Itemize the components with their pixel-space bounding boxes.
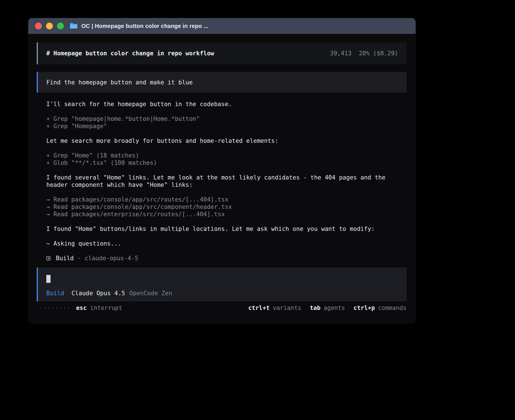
shortcut-commands: ctrl+p commands: [353, 304, 407, 312]
shortcut-label: variants: [273, 304, 301, 312]
shortcut-hints: ctrl+t variants tab agents ctrl+p comman…: [248, 304, 407, 312]
shortcut-key: tab: [310, 304, 320, 312]
session-stats: 39,413 20% ($0.29): [330, 50, 398, 57]
working-status: ~ Asking questions...: [46, 240, 407, 247]
zoom-button[interactable]: [57, 23, 64, 29]
terminal-window: OC | Homepage button color change in rep…: [28, 18, 416, 323]
esc-key-hint: esc: [76, 304, 87, 312]
shortcut-key: ctrl+t: [248, 304, 270, 312]
shortcut-key: ctrl+p: [353, 304, 375, 312]
assistant-paragraph: Let me search more broadly for buttons a…: [46, 137, 407, 145]
prompt-input[interactable]: Build Claude Opus 4.5 OpenCode Zen: [37, 268, 407, 301]
input-meta: Build Claude Opus 4.5 OpenCode Zen: [46, 290, 398, 297]
user-message-text: Find the homepage button and make it blu…: [46, 79, 193, 86]
folder-icon: [69, 23, 78, 29]
input-model-label: Claude Opus 4.5: [71, 290, 125, 297]
progress-dots: ········: [40, 304, 70, 312]
tool-call-line: ∗ Glob "**/*.tsx" (100 matches): [46, 159, 407, 167]
tool-call-line: ∗ Grep "Home" (18 matches): [46, 152, 407, 159]
assistant-paragraph: I found several "Home" links. Let me loo…: [46, 174, 407, 189]
context-usage: 20% ($0.29): [359, 50, 398, 57]
tool-call-line: ∗ Grep "homepage|home.*button|Home.*butt…: [46, 115, 407, 123]
agent-status-line: Build · claude-opus-4-5: [46, 255, 407, 262]
tool-call-group: ∗ Grep "homepage|home.*button|Home.*butt…: [46, 115, 407, 130]
status-bar: ········ esc interrupt ctrl+t variants t…: [37, 304, 407, 312]
tool-call-line: → Read packages/console/app/src/routes/[…: [46, 196, 407, 203]
window-titlebar[interactable]: OC | Homepage button color change in rep…: [28, 18, 416, 34]
tool-call-line: → Read packages/enterprise/src/routes/[.…: [46, 211, 407, 218]
assistant-transcript: I'll search for the homepage button in t…: [46, 100, 407, 262]
agent-separator: ·: [77, 255, 81, 262]
desktop-background: OC | Homepage button color change in rep…: [0, 0, 515, 420]
close-button[interactable]: [35, 23, 42, 29]
interrupt-hint: esc interrupt: [76, 304, 122, 312]
tool-call-line: ∗ Grep "Homepage": [46, 123, 407, 130]
shortcut-agents: tab agents: [310, 304, 345, 312]
tool-call-group: → Read packages/console/app/src/routes/[…: [46, 196, 407, 218]
window-title: OC | Homepage button color change in rep…: [81, 23, 208, 29]
tool-call-group: ∗ Grep "Home" (18 matches) ∗ Glob "**/*.…: [46, 152, 407, 167]
text-cursor: [46, 275, 51, 283]
agent-icon: [46, 256, 51, 261]
user-message: Find the homepage button and make it blu…: [37, 72, 407, 93]
tool-call-line: → Read packages/console/app/src/componen…: [46, 203, 407, 211]
terminal-content: # Homepage button color change in repo w…: [28, 34, 416, 312]
token-count: 39,413: [330, 50, 352, 57]
agent-name: Build: [56, 255, 74, 262]
shortcut-label: agents: [324, 304, 345, 312]
session-title: # Homepage button color change in repo w…: [46, 50, 214, 57]
esc-key-label: interrupt: [90, 304, 122, 312]
shortcut-label: commands: [378, 304, 407, 312]
assistant-paragraph: I'll search for the homepage button in t…: [46, 100, 407, 108]
agent-model: claude-opus-4-5: [85, 255, 138, 262]
input-mode-label: Build: [46, 290, 64, 297]
minimize-button[interactable]: [46, 23, 53, 29]
input-provider-label: OpenCode Zen: [129, 290, 172, 297]
assistant-paragraph: I found "Home" buttons/links in multiple…: [46, 225, 407, 233]
session-header: # Homepage button color change in repo w…: [37, 42, 407, 64]
shortcut-variants: ctrl+t variants: [248, 304, 301, 312]
traffic-lights: [35, 23, 64, 29]
